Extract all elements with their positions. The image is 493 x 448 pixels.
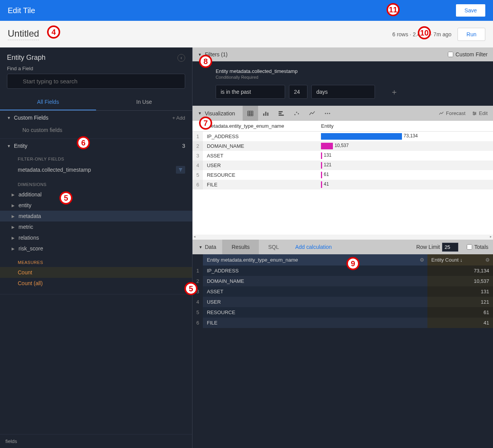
dimension-additional[interactable]: ▶additional bbox=[0, 189, 192, 200]
dimension-entity[interactable]: ▶entity bbox=[0, 200, 192, 211]
caret-down-icon: ▼ bbox=[199, 245, 203, 249]
totals-checkbox[interactable] bbox=[467, 244, 472, 250]
entity-count-cell[interactable]: 73,134 bbox=[427, 265, 493, 276]
caret-right-icon: ▶ bbox=[12, 203, 15, 208]
filter-only-field-item[interactable]: metadata.collected_timestamp bbox=[0, 164, 192, 176]
entity-section-header[interactable]: ▼ Entity 3 bbox=[0, 139, 192, 153]
tab-sql[interactable]: SQL bbox=[259, 240, 288, 254]
top-bar: Edit Tile Save bbox=[0, 0, 493, 21]
entity-type-cell[interactable]: ASSET bbox=[203, 151, 317, 161]
viz-col-header-name[interactable]: metadata.entity_type_enum_name bbox=[203, 121, 317, 132]
dimension-metric[interactable]: ▶metric bbox=[0, 221, 192, 232]
row-limit-control: Row Limit bbox=[412, 243, 462, 252]
results-col-count[interactable]: Entity Count ↓⚙ bbox=[427, 254, 493, 265]
dimension-relations[interactable]: ▶relations bbox=[0, 232, 192, 243]
annotation-badge-5: 5 bbox=[184, 282, 198, 295]
tile-title[interactable]: Untitled bbox=[8, 28, 39, 40]
viz-type-scatter-icon[interactable] bbox=[289, 106, 304, 121]
field-sidebar: Entity Graph ‹ Find a Field All Fields I… bbox=[0, 47, 192, 448]
row-number: 1 bbox=[192, 132, 203, 142]
entity-type-cell[interactable]: RESOURCE bbox=[203, 170, 317, 180]
entity-bar-cell[interactable]: 10,537 bbox=[317, 141, 493, 151]
entity-type-cell[interactable]: DOMAIN_NAME bbox=[203, 276, 427, 286]
visualization-toggle[interactable]: ▼ Visualization bbox=[198, 110, 235, 117]
entity-bar-cell[interactable]: 41 bbox=[317, 180, 493, 189]
entity-type-cell[interactable]: RESOURCE bbox=[203, 307, 427, 318]
entity-count-cell[interactable]: 10,537 bbox=[427, 276, 493, 286]
tab-all-fields[interactable]: All Fields bbox=[0, 94, 96, 110]
entity-type-cell[interactable]: IP_ADDRESS bbox=[203, 265, 427, 276]
viz-type-table-icon[interactable] bbox=[243, 106, 258, 121]
tab-results[interactable]: Results bbox=[222, 240, 259, 254]
tab-in-use[interactable]: In Use bbox=[96, 94, 192, 110]
svg-point-26 bbox=[475, 113, 476, 113]
viz-type-bar-icon[interactable] bbox=[274, 106, 289, 121]
entity-type-cell[interactable]: IP_ADDRESS bbox=[203, 132, 317, 142]
gear-icon[interactable]: ⚙ bbox=[420, 257, 424, 263]
svg-rect-13 bbox=[279, 111, 283, 112]
entity-count-cell[interactable]: 121 bbox=[427, 297, 493, 307]
add-custom-field-button[interactable]: + Add bbox=[172, 115, 185, 121]
visualization-label: Visualization bbox=[205, 110, 235, 117]
svg-rect-14 bbox=[279, 113, 282, 114]
entity-count-cell[interactable]: 131 bbox=[427, 286, 493, 297]
save-button[interactable]: Save bbox=[456, 4, 485, 17]
horizontal-scrollbar[interactable] bbox=[192, 235, 493, 240]
filters-header[interactable]: ▼ Filters (1) Custom Filter bbox=[192, 47, 493, 61]
entity-count: 3 bbox=[182, 143, 185, 149]
filter-value-input[interactable] bbox=[289, 85, 307, 99]
row-number: 5 bbox=[192, 307, 203, 318]
explore-title: Entity Graph bbox=[7, 54, 46, 62]
run-button[interactable]: Run bbox=[458, 28, 485, 41]
results-col-name[interactable]: Entity metadata.entity_type_enum_name⚙ bbox=[203, 254, 427, 265]
entity-count-cell[interactable]: 61 bbox=[427, 307, 493, 318]
entity-bar-cell[interactable]: 131 bbox=[317, 151, 493, 161]
data-dropdown[interactable]: ▼ Data bbox=[192, 244, 222, 250]
entity-type-cell[interactable]: FILE bbox=[203, 318, 427, 328]
viz-type-line-icon[interactable] bbox=[304, 106, 320, 121]
measure-count-all[interactable]: Count (all) bbox=[0, 278, 192, 289]
viz-type-column-icon[interactable] bbox=[258, 106, 274, 121]
viz-edit-button[interactable]: Edit bbox=[472, 110, 488, 116]
entity-bar-cell[interactable]: 121 bbox=[317, 161, 493, 170]
viz-type-more-icon[interactable] bbox=[320, 106, 335, 121]
row-limit-input[interactable] bbox=[442, 243, 458, 252]
entity-type-cell[interactable]: ASSET bbox=[203, 286, 427, 297]
custom-filter-checkbox[interactable] bbox=[448, 52, 453, 57]
entity-bar-cell[interactable]: 73,134 bbox=[317, 132, 493, 142]
search-input[interactable] bbox=[7, 74, 185, 89]
entity-bar-cell[interactable]: 61 bbox=[317, 170, 493, 180]
row-number: 4 bbox=[192, 161, 203, 170]
viz-col-header-entity[interactable]: Entity bbox=[317, 121, 493, 132]
viz-row: 2DOMAIN_NAME10,537 bbox=[192, 141, 493, 151]
filter-field-name: metadata.collected_timestamp bbox=[18, 167, 91, 173]
custom-fields-header[interactable]: ▼ Custom Fields + Add bbox=[0, 111, 192, 125]
filter-operator-select[interactable]: is in the past bbox=[216, 85, 285, 99]
dimension-metadata[interactable]: ▶metadata bbox=[0, 211, 192, 221]
entity-type-cell[interactable]: USER bbox=[203, 161, 317, 170]
row-number: 2 bbox=[192, 141, 203, 151]
collapse-sidebar-icon[interactable]: ‹ bbox=[177, 54, 185, 62]
add-filter-icon[interactable]: ＋ bbox=[390, 87, 398, 97]
annotation-badge-9: 9 bbox=[346, 257, 360, 270]
viz-row: 6FILE41 bbox=[192, 180, 493, 189]
entity-type-cell[interactable]: FILE bbox=[203, 180, 317, 189]
row-number: 6 bbox=[192, 318, 203, 328]
measure-count[interactable]: Count bbox=[0, 267, 192, 278]
custom-filter-toggle[interactable]: Custom Filter bbox=[448, 51, 488, 57]
filter-icon[interactable] bbox=[176, 166, 185, 174]
find-field-section: Find a Field bbox=[0, 66, 192, 94]
entity-type-cell[interactable]: USER bbox=[203, 297, 427, 307]
filter-requirement: Conditionally Required bbox=[216, 75, 488, 79]
forecast-button[interactable]: Forecast bbox=[439, 110, 466, 116]
filter-unit-select[interactable]: days bbox=[311, 85, 375, 99]
svg-point-21 bbox=[329, 113, 330, 114]
entity-type-cell[interactable]: DOMAIN_NAME bbox=[203, 141, 317, 151]
totals-toggle[interactable]: Totals bbox=[462, 244, 493, 250]
annotation-badge-6: 6 bbox=[77, 136, 90, 149]
add-calculation-button[interactable]: Add calculation bbox=[288, 244, 339, 250]
gear-icon[interactable]: ⚙ bbox=[485, 257, 490, 263]
dimension-risk-score[interactable]: ▶risk_score bbox=[0, 243, 192, 254]
entity-count-cell[interactable]: 41 bbox=[427, 318, 493, 328]
totals-label: Totals bbox=[474, 244, 488, 250]
